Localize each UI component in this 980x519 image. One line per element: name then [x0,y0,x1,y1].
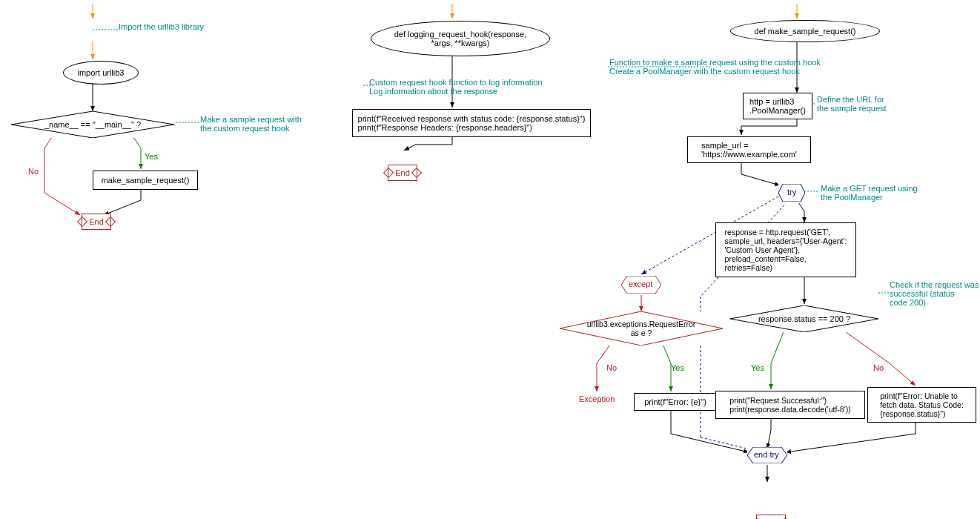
node-sample-url: sample_url = 'https://www.example.com' [687,136,811,163]
label: End [395,168,410,177]
node-end-3: End [756,515,786,519]
edge-yes-status: Yes [751,363,764,372]
svg-line-41 [786,434,916,452]
edge-yes-except: Yes [671,363,684,372]
svg-line-7 [44,193,80,215]
edge-no-except: No [606,363,617,372]
label: make_sample_request() [102,176,190,185]
label: urllib3.exceptions.RequestError as e ? [587,320,696,337]
node-exception: Exception [575,393,619,405]
node-end-2: End [388,165,417,181]
label: http = urllib3 .PoolManager() [749,97,806,115]
node-poolmanager: http = urllib3 .PoolManager() [743,93,812,119]
label: def make_sample_request() [755,27,856,36]
comment-define-url: Define the URL for the sample request [817,95,887,113]
node-call-make-sample-request: make_sample_request() [93,171,198,190]
node-print-fail: print(f"Error: Unable to fetch data. Sta… [867,387,976,423]
label: response.status == 200 ? [758,314,850,323]
label: except [629,280,652,288]
edge-no-status: No [873,363,884,372]
svg-line-43 [671,434,749,452]
label: end try [754,450,779,459]
edge-yes: Yes [145,152,158,161]
edge-no: No [28,167,39,176]
node-print-error-e: print(f"Error: {e}") [634,393,717,411]
label: response = http.request('GET', sample_ur… [725,228,847,272]
label: try [787,188,796,196]
label: def logging_request_hook(response, *args… [394,30,527,47]
svg-line-31 [890,363,916,386]
node-name-main-check: _name__ == "__main__" ? [11,111,174,138]
node-end-try: end try [747,447,787,465]
comment-import-urllib3: Import the urllib3 library [119,22,204,31]
label: Exception [579,394,615,403]
comment-hook-desc: Custom request hook function to log info… [369,78,543,96]
svg-line-16 [404,145,415,151]
svg-line-24 [741,174,780,185]
node-hook-body: print(f"Received response with status co… [352,109,591,137]
comment-main-hook: Make a sample request with the custom re… [200,115,302,133]
svg-line-9 [104,200,141,215]
node-status-check: response.status == 200 ? [730,305,878,332]
node-end-1: End [82,214,111,230]
label: End [89,217,104,226]
node-response: response = http.request('GET', sample_ur… [715,222,856,277]
node-try: try [778,184,805,203]
node-print-success: print("Request Successful:") print(respo… [715,391,865,419]
comment-check-status: Check if the request was successful (sta… [890,280,979,307]
label: print(f"Error: {e}") [644,397,706,406]
node-except-check: urllib3.exceptions.RequestError as e ? [560,311,723,346]
label: print(f"Received response with status co… [358,114,586,132]
comment-make-get: Make a GET request using the PoolManager [821,184,918,202]
comment-func-desc: Function to make a sample request using … [609,58,821,76]
label: _name__ == "__main__" ? [44,120,141,129]
label: import urllib3 [78,68,125,77]
node-def-make-sample-request: def make_sample_request() [730,20,880,42]
node-except: except [621,276,661,295]
svg-line-39 [767,430,771,449]
label: print(f"Error: Unable to fetch data. Sta… [880,391,964,418]
label: print("Request Successful:") print(respo… [729,396,850,414]
label: sample_url = 'https://www.example.com' [701,141,797,159]
node-import-stmt: import urllib3 [63,61,139,85]
node-def-logging-hook: def logging_request_hook(response, *args… [371,21,550,56]
